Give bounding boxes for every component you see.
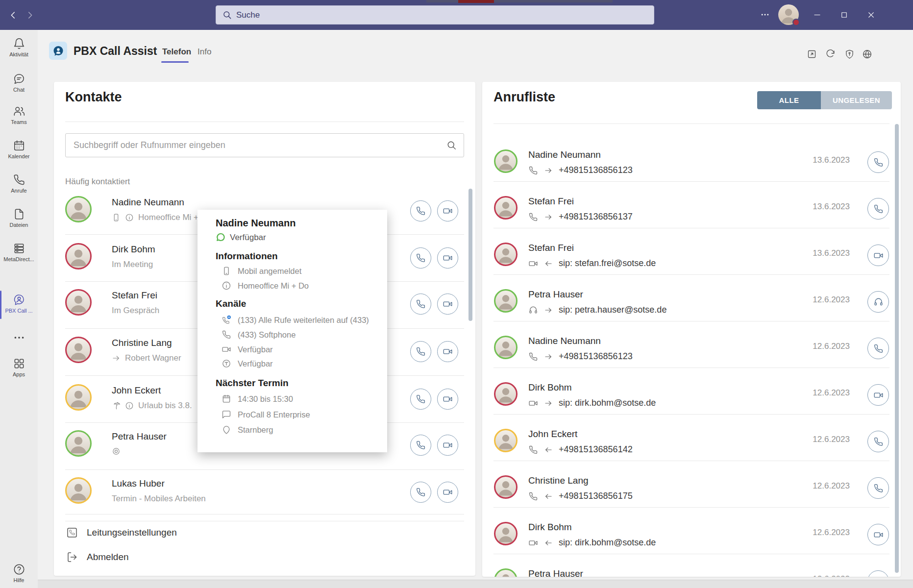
video-icon [443, 487, 453, 497]
app-sidebar: Aktivität Chat Teams Kalender Anrufe Dat… [0, 30, 38, 588]
forward-button[interactable] [23, 8, 37, 23]
call-contact-button[interactable] [410, 200, 431, 221]
redial-phone-button[interactable] [867, 151, 889, 173]
filter-ungelesen-button[interactable]: UNGELESEN [821, 91, 892, 109]
call-date: 12.6.2023 [813, 388, 850, 398]
video-call-contact-button[interactable] [437, 294, 458, 315]
titlebar-artifact [426, 0, 613, 2]
popout-icon [807, 49, 817, 59]
avatar [65, 430, 92, 457]
call-contact-button[interactable] [410, 482, 431, 503]
redial-phone-button[interactable] [867, 338, 889, 359]
filter-alle-button[interactable]: ALLE [757, 91, 821, 109]
redial-video-button[interactable] [867, 245, 889, 266]
active-tab-underline [161, 61, 189, 63]
call-contact-button[interactable] [410, 247, 431, 269]
video-icon [443, 206, 453, 216]
sidebar-item-apps[interactable]: Apps [0, 357, 38, 377]
sidebar-item-kalender[interactable]: Kalender [0, 139, 38, 159]
sidebar-item-chat[interactable]: Chat [0, 73, 38, 93]
call-row[interactable]: Stefan Frei sip: stefan.frei@sotse.de 13… [494, 243, 889, 274]
logout-item[interactable]: Abmelden [66, 551, 129, 563]
redial-phone-button[interactable] [867, 198, 889, 220]
minimize-button[interactable] [806, 6, 828, 24]
open-in-browser-button[interactable] [861, 48, 873, 60]
video-call-contact-button[interactable] [437, 389, 458, 410]
line-settings-item[interactable]: Leitungseinstellungen [66, 527, 177, 539]
redial-video-button[interactable] [867, 524, 889, 545]
redial-video-button[interactable] [867, 384, 889, 406]
redial-video-button[interactable] [867, 570, 889, 577]
ellipsis-icon [13, 331, 25, 344]
call-date: 12.6.2023 [813, 435, 850, 444]
outgoing-arrow-icon [544, 213, 553, 221]
globe-icon [862, 49, 872, 59]
more-options-button[interactable] [757, 7, 773, 22]
back-button[interactable] [6, 8, 21, 23]
close-button[interactable] [860, 6, 882, 24]
redial-phone-button[interactable] [867, 477, 889, 499]
contact-detail-popup: Nadine Neumann Verfügbar Informationen M… [197, 210, 387, 452]
call-row[interactable]: Christine Lang +49815136856175 12.6.2023 [494, 475, 889, 507]
video-icon [528, 259, 538, 269]
call-row[interactable]: Nadine Neumann +49815136856123 12.6.2023 [494, 336, 889, 367]
phone-icon [873, 204, 884, 214]
call-date: 13.6.2023 [813, 202, 850, 212]
sidebar-item-pbx-call-assist[interactable]: PBX Call ... [0, 294, 38, 314]
user-avatar[interactable] [778, 4, 799, 25]
avatar [65, 289, 92, 316]
tab-info[interactable]: Info [197, 47, 211, 57]
phone-icon [873, 437, 884, 447]
contact-search-input[interactable] [74, 134, 436, 157]
server-icon [13, 242, 25, 255]
maximize-button[interactable] [833, 6, 855, 24]
call-row[interactable]: Petra Hauser sip: petra.hauser@sotse.de … [494, 289, 889, 320]
redial-headset-button[interactable] [867, 291, 889, 313]
sidebar-item-anrufe[interactable]: Anrufe [0, 173, 38, 194]
redial-phone-button[interactable] [867, 431, 889, 452]
call-contact-button[interactable] [410, 341, 431, 362]
phone-icon [528, 352, 538, 362]
call-row[interactable]: John Eckert +49815136856142 12.6.2023 [494, 429, 889, 460]
sidebar-item-aktivitaet[interactable]: Aktivität [0, 37, 38, 57]
video-call-contact-button[interactable] [437, 482, 458, 503]
contact-row[interactable]: Lukas Huber Termin - Mobiles Arbeiten [65, 477, 464, 507]
contacts-scrollbar[interactable] [469, 189, 472, 321]
sidebar-item-more-apps[interactable] [0, 331, 38, 344]
call-row[interactable]: Petra Hauser 12.6.2023 [494, 568, 889, 577]
sidebar-item-dateien[interactable]: Dateien [0, 208, 38, 228]
refresh-button[interactable] [824, 48, 837, 60]
call-row[interactable]: Dirk Bohm sip: dirk.bohm@sotse.de 12.6.2… [494, 382, 889, 414]
call-contact-button[interactable] [410, 389, 431, 410]
divider [494, 507, 889, 508]
video-icon [873, 530, 884, 540]
call-row[interactable]: Nadine Neumann +49815136856123 13.6.2023 [494, 149, 889, 181]
call-list-scrollbar[interactable] [895, 124, 899, 573]
sidebar-item-metadirectory[interactable]: MetaDirect... [0, 242, 38, 262]
refresh-icon [825, 49, 836, 59]
call-row[interactable]: Stefan Frei +49815136856137 13.6.2023 [494, 196, 889, 227]
window-titlebar: Suche [0, 0, 913, 30]
video-call-contact-button[interactable] [437, 247, 458, 269]
window-bottom-edge [38, 580, 913, 588]
call-list-panel: Anrufliste ALLE UNGELESEN Nadine Neumann… [482, 82, 901, 577]
sidebar-item-teams[interactable]: Teams [0, 105, 38, 125]
line-settings-icon [66, 527, 78, 539]
privacy-button[interactable] [843, 48, 856, 60]
search-icon[interactable] [446, 140, 457, 150]
global-search-input[interactable]: Suche [216, 5, 654, 24]
video-call-contact-button[interactable] [437, 341, 458, 362]
video-call-contact-button[interactable] [437, 435, 458, 456]
call-row[interactable]: Dirk Bohm sip: dirk.bohm@sotse.de 12.6.2… [494, 522, 889, 553]
divider [65, 521, 464, 521]
outgoing-arrow-icon [544, 306, 553, 315]
popup-presence: Verfügbar [216, 232, 266, 243]
open-in-window-button[interactable] [805, 48, 818, 60]
sidebar-item-hilfe[interactable]: Hilfe [0, 563, 38, 583]
tab-telefon[interactable]: Telefon [162, 47, 191, 57]
popup-channel-row: Verfügbar [222, 359, 273, 368]
call-contact-button[interactable] [410, 435, 431, 456]
call-date: 12.6.2023 [813, 574, 850, 577]
video-call-contact-button[interactable] [437, 200, 458, 221]
call-contact-button[interactable] [410, 294, 431, 315]
